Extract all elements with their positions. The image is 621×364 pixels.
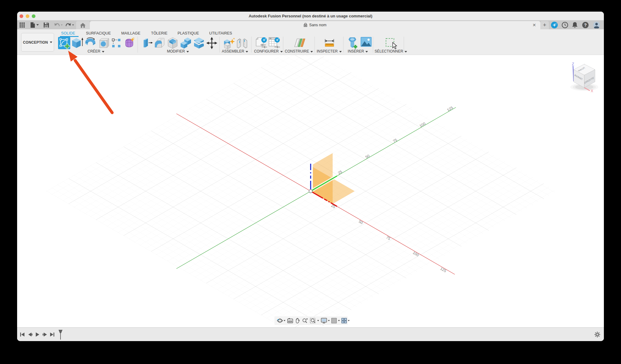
tab-plastique[interactable]: PLASTIQUE bbox=[178, 31, 199, 36]
grid-line bbox=[239, 155, 494, 302]
fit-icon[interactable] bbox=[310, 318, 316, 323]
viewports-caret-icon[interactable] bbox=[348, 320, 350, 321]
timeline-playhead[interactable] bbox=[59, 330, 63, 340]
origin-point[interactable] bbox=[309, 190, 312, 193]
zoom-icon[interactable] bbox=[302, 318, 308, 323]
titlebar: Autodesk Fusion Personnel (non destiné à… bbox=[17, 12, 604, 20]
desktop-background: Autodesk Fusion Personnel (non destiné à… bbox=[0, 0, 621, 364]
pan-icon[interactable] bbox=[295, 318, 300, 323]
move-copy-button[interactable] bbox=[206, 37, 217, 49]
fillet-button[interactable] bbox=[154, 37, 165, 49]
document-tab[interactable]: Sans nom ✕ bbox=[90, 21, 540, 29]
revolve-button[interactable] bbox=[85, 37, 96, 49]
joint-button[interactable] bbox=[237, 37, 247, 49]
grid-settings-caret-icon[interactable] bbox=[338, 320, 340, 321]
file-icon[interactable] bbox=[30, 22, 35, 28]
insert-fastener-button[interactable] bbox=[347, 37, 357, 49]
orbit-caret-icon[interactable] bbox=[284, 320, 285, 321]
view-cube[interactable]: HAUT AVANT DROITE Z X bbox=[555, 55, 604, 98]
extensions-icon[interactable] bbox=[551, 22, 558, 28]
redo-icon[interactable] bbox=[65, 23, 71, 27]
grid-line bbox=[129, 91, 384, 239]
grid-line bbox=[107, 79, 362, 226]
ribbon-separator bbox=[219, 37, 220, 53]
notifications-icon[interactable] bbox=[572, 22, 578, 28]
grid-line bbox=[58, 55, 313, 198]
timeline-bar bbox=[17, 327, 604, 341]
tab-utilitaires[interactable]: UTILITAIRES bbox=[209, 31, 232, 36]
timeline-settings-gear-icon[interactable] bbox=[594, 332, 600, 337]
group-inserer[interactable]: INSÉRER bbox=[348, 49, 368, 54]
document-tab-title: Sans nom bbox=[90, 21, 540, 29]
assembler-caret-icon bbox=[246, 51, 248, 53]
job-status-icon[interactable] bbox=[562, 22, 568, 28]
orbit-icon[interactable] bbox=[277, 318, 283, 323]
group-configurer[interactable]: CONFIGURER bbox=[254, 49, 283, 54]
grid-settings-icon[interactable] bbox=[331, 318, 337, 323]
grid-line bbox=[184, 112, 439, 259]
group-selectionner[interactable]: SÉLECTIONNER bbox=[375, 49, 407, 54]
create-sketch-button[interactable] bbox=[58, 37, 70, 49]
timeline-play-button[interactable] bbox=[36, 333, 39, 337]
ribbon-separator bbox=[314, 37, 315, 53]
ribbon-separator bbox=[283, 37, 283, 53]
create-form-button[interactable] bbox=[124, 37, 135, 49]
timeline-skip-start-button[interactable] bbox=[20, 333, 24, 337]
fit-caret-icon[interactable] bbox=[317, 320, 319, 321]
configuration-table-button[interactable] bbox=[268, 37, 280, 49]
rectangular-pattern-button[interactable] bbox=[112, 37, 121, 49]
avatar[interactable] bbox=[593, 22, 600, 28]
viewport[interactable]: 252550507575100100125125 HAUT AVANT DROI… bbox=[17, 55, 604, 327]
timeline-step-back-button[interactable] bbox=[28, 333, 33, 337]
look-at-icon[interactable] bbox=[287, 318, 293, 323]
grid-line bbox=[217, 93, 472, 240]
construct-plane-button[interactable] bbox=[294, 37, 306, 49]
ribbon-separator bbox=[138, 37, 138, 53]
select-button[interactable] bbox=[385, 37, 397, 49]
help-icon[interactable]: ? bbox=[582, 22, 589, 28]
app-grid-icon[interactable] bbox=[20, 22, 25, 27]
redo-menu-caret[interactable] bbox=[72, 24, 74, 26]
configurer-caret-icon bbox=[280, 51, 283, 53]
new-component-button[interactable] bbox=[224, 37, 235, 49]
grid-line bbox=[261, 168, 516, 315]
scene-canvas[interactable]: 252550507575100100125125 bbox=[17, 55, 604, 327]
timeline-skip-end-button[interactable] bbox=[50, 333, 54, 337]
measure-button[interactable] bbox=[325, 37, 334, 49]
save-icon[interactable] bbox=[44, 22, 49, 27]
press-pull-button[interactable] bbox=[142, 37, 153, 49]
group-creer[interactable]: CRÉER bbox=[87, 49, 104, 54]
grid-line bbox=[146, 101, 401, 249]
viewports-icon[interactable] bbox=[341, 318, 347, 323]
grid-line bbox=[129, 144, 384, 291]
group-inspecter[interactable]: INSPECTER bbox=[317, 49, 342, 54]
grid-line bbox=[267, 171, 522, 318]
group-construire[interactable]: CONSTRUIRE bbox=[285, 49, 313, 54]
tab-solide[interactable]: SOLIDE bbox=[61, 31, 75, 36]
tab-surfacique[interactable]: SURFACIQUE bbox=[86, 31, 111, 36]
hole-button[interactable] bbox=[98, 37, 109, 49]
display-settings-icon[interactable] bbox=[321, 318, 327, 323]
shell-button[interactable] bbox=[167, 37, 178, 49]
workspace-selector[interactable]: CONCEPTION bbox=[21, 33, 54, 52]
grid-line bbox=[124, 88, 379, 236]
new-document-tab-button[interactable]: + bbox=[540, 21, 549, 29]
y-tick-label: 125 bbox=[446, 105, 454, 112]
tab-tolerie[interactable]: TÔLERIE bbox=[151, 31, 167, 36]
group-assembler[interactable]: ASSEMBLER bbox=[222, 49, 248, 54]
split-body-button[interactable] bbox=[193, 37, 204, 49]
grid-line bbox=[157, 128, 412, 275]
undo-menu-caret[interactable] bbox=[61, 24, 63, 26]
extrude-button[interactable] bbox=[72, 37, 84, 49]
home-tab[interactable] bbox=[76, 21, 90, 29]
display-settings-caret-icon[interactable] bbox=[328, 320, 330, 321]
tab-maillage[interactable]: MAILLAGE bbox=[121, 31, 141, 36]
file-menu-caret[interactable] bbox=[36, 24, 39, 26]
undo-icon[interactable] bbox=[54, 23, 60, 27]
group-modifier[interactable]: MODIFIER bbox=[167, 49, 189, 54]
insert-canvas-button[interactable] bbox=[361, 37, 372, 47]
combine-button[interactable] bbox=[180, 37, 191, 49]
configuration-button[interactable] bbox=[255, 37, 267, 49]
timeline-step-forward-button[interactable] bbox=[43, 333, 47, 337]
close-document-button[interactable]: ✕ bbox=[531, 21, 537, 29]
